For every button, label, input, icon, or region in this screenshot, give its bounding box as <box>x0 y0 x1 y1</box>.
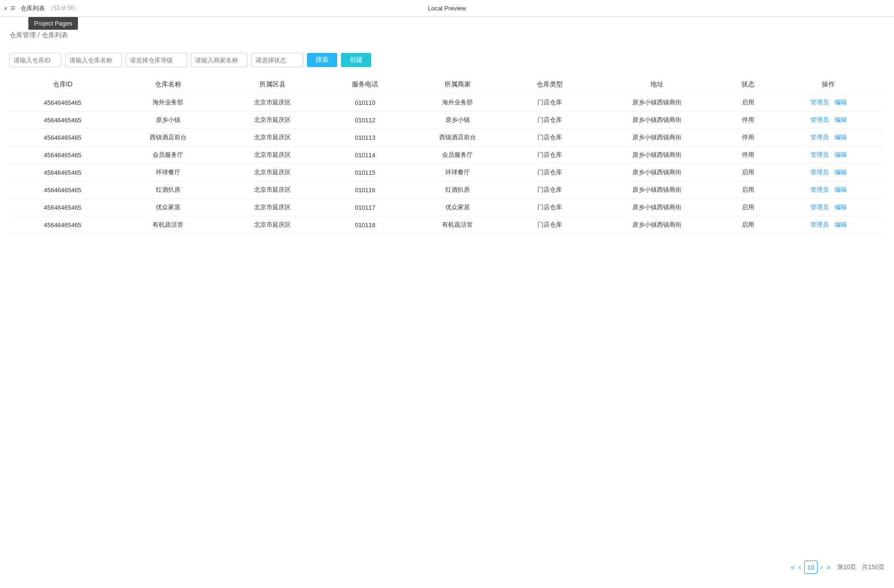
table-body: 45646465465 海外业务部 北京市延庆区 010110 海外业务部 门店… <box>9 94 885 234</box>
status-select[interactable] <box>251 53 303 67</box>
cell-merchant: 红酒扒房 <box>405 181 510 199</box>
cell-phone: 010117 <box>325 199 405 216</box>
table-row: 45646465465 会员服务厅 北京市延庆区 010114 会员服务厅 门店… <box>9 146 885 164</box>
edit-link[interactable]: 编辑 <box>834 151 847 158</box>
warehouse-level-select[interactable] <box>126 53 187 67</box>
cell-actions: 管理员 编辑 <box>773 111 885 129</box>
last-page-button[interactable]: » <box>826 563 832 571</box>
search-button[interactable]: 搜索 <box>307 53 337 67</box>
tab-title: 仓库列表 <box>20 4 45 13</box>
current-page-button[interactable]: 10 <box>804 561 817 574</box>
edit-link[interactable]: 编辑 <box>834 169 847 176</box>
edit-link[interactable]: 编辑 <box>834 99 847 106</box>
cell-name: 会员服务厅 <box>116 146 221 164</box>
cell-status: 停用 <box>724 111 773 129</box>
cell-address: 原乡小镇西镇商街 <box>590 216 724 234</box>
cell-id: 45646465465 <box>9 146 116 164</box>
cell-address: 原乡小镇西镇商街 <box>590 199 724 216</box>
cell-district: 北京市延庆区 <box>221 164 325 181</box>
next-page-button[interactable]: › <box>819 563 824 571</box>
cell-actions: 管理员 编辑 <box>773 164 885 181</box>
close-icon[interactable]: × <box>4 5 8 12</box>
cell-district: 北京市延庆区 <box>221 181 325 199</box>
table-row: 45646465465 优众家居 北京市延庆区 010117 优众家居 门店仓库… <box>9 199 885 216</box>
cell-type: 门店仓库 <box>510 129 590 146</box>
table-row: 45646465465 有机蔬活管 北京市延庆区 010118 有机蔬活管 门店… <box>9 216 885 234</box>
cell-phone: 010118 <box>325 216 405 234</box>
cell-address: 原乡小镇西镇商街 <box>590 111 724 129</box>
warehouse-id-input[interactable] <box>9 53 61 67</box>
manage-link[interactable]: 管理员 <box>810 99 829 106</box>
page-info: 第10页 <box>837 563 856 571</box>
cell-name: 优众家居 <box>116 199 221 216</box>
cell-name: 西镇酒店前台 <box>116 129 221 146</box>
manage-link[interactable]: 管理员 <box>810 204 829 211</box>
col-header-action: 操作 <box>773 76 885 94</box>
cell-status: 启用 <box>724 94 773 111</box>
menu-icon[interactable]: ≡ <box>10 3 16 13</box>
cell-phone: 010112 <box>325 111 405 129</box>
cell-id: 45646465465 <box>9 164 116 181</box>
cell-name: 原乡小镇 <box>116 111 221 129</box>
cell-type: 门店仓库 <box>510 146 590 164</box>
cell-type: 门店仓库 <box>510 164 590 181</box>
cell-merchant: 原乡小镇 <box>405 111 510 129</box>
table-row: 45646465465 环球餐厅 北京市延庆区 010115 环球餐厅 门店仓库… <box>9 164 885 181</box>
table-header: 仓库ID 仓库名称 所属区县 服务电话 所属商家 仓库类型 地址 状态 操作 <box>9 76 885 94</box>
cell-merchant: 海外业务部 <box>405 94 510 111</box>
cell-district: 北京市延庆区 <box>221 94 325 111</box>
total-info: 共150页 <box>862 563 885 571</box>
table-row: 45646465465 原乡小镇 北京市延庆区 010112 原乡小镇 门店仓库… <box>9 111 885 129</box>
data-table: 仓库ID 仓库名称 所属区县 服务电话 所属商家 仓库类型 地址 状态 操作 4… <box>9 76 885 234</box>
manage-link[interactable]: 管理员 <box>810 221 829 228</box>
cell-phone: 010116 <box>325 181 405 199</box>
warehouse-name-input[interactable] <box>65 53 122 67</box>
cell-id: 45646465465 <box>9 129 116 146</box>
cell-actions: 管理员 编辑 <box>773 181 885 199</box>
col-header-phone: 服务电话 <box>325 76 405 94</box>
cell-phone: 010115 <box>325 164 405 181</box>
cell-district: 北京市延庆区 <box>221 199 325 216</box>
cell-merchant: 优众家居 <box>405 199 510 216</box>
edit-link[interactable]: 编辑 <box>834 134 847 141</box>
cell-district: 北京市延庆区 <box>221 216 325 234</box>
manage-link[interactable]: 管理员 <box>810 151 829 158</box>
col-header-id: 仓库ID <box>9 76 116 94</box>
edit-link[interactable]: 编辑 <box>834 204 847 211</box>
prev-page-button[interactable]: ‹ <box>798 563 802 571</box>
cell-id: 45646465465 <box>9 94 116 111</box>
cell-type: 门店仓库 <box>510 181 590 199</box>
cell-district: 北京市延庆区 <box>221 111 325 129</box>
col-header-name: 仓库名称 <box>116 76 221 94</box>
edit-link[interactable]: 编辑 <box>834 221 847 228</box>
cell-name: 海外业务部 <box>116 94 221 111</box>
cell-name: 环球餐厅 <box>116 164 221 181</box>
cell-actions: 管理员 编辑 <box>773 216 885 234</box>
cell-type: 门店仓库 <box>510 199 590 216</box>
manage-link[interactable]: 管理员 <box>810 186 829 193</box>
table-row: 45646465465 红酒扒房 北京市延庆区 010116 红酒扒房 门店仓库… <box>9 181 885 199</box>
table-row: 45646465465 海外业务部 北京市延庆区 010110 海外业务部 门店… <box>9 94 885 111</box>
col-header-merchant: 所属商家 <box>405 76 510 94</box>
manage-link[interactable]: 管理员 <box>810 169 829 176</box>
manage-link[interactable]: 管理员 <box>810 116 829 123</box>
cell-merchant: 有机蔬活管 <box>405 216 510 234</box>
top-bar: × ≡ 仓库列表 （53 of 56） Local Preview <box>0 0 894 17</box>
project-pages-tooltip: Project Pages <box>28 17 78 30</box>
edit-link[interactable]: 编辑 <box>834 186 847 193</box>
cell-status: 停用 <box>724 146 773 164</box>
merchant-name-input[interactable] <box>191 53 247 67</box>
cell-id: 45646465465 <box>9 216 116 234</box>
cell-name: 有机蔬活管 <box>116 216 221 234</box>
cell-id: 45646465465 <box>9 181 116 199</box>
cell-address: 原乡小镇西镇商街 <box>590 164 724 181</box>
create-button[interactable]: 创建 <box>341 53 371 67</box>
cell-status: 启用 <box>724 164 773 181</box>
manage-link[interactable]: 管理员 <box>810 134 829 141</box>
col-header-address: 地址 <box>590 76 724 94</box>
first-page-button[interactable]: « <box>790 563 796 571</box>
cell-actions: 管理员 编辑 <box>773 146 885 164</box>
edit-link[interactable]: 编辑 <box>834 116 847 123</box>
cell-phone: 010110 <box>325 94 405 111</box>
main-content: 仓库管理 / 仓库列表 搜索 创建 仓库ID 仓库名称 所属区县 服务电话 所属… <box>0 17 894 588</box>
